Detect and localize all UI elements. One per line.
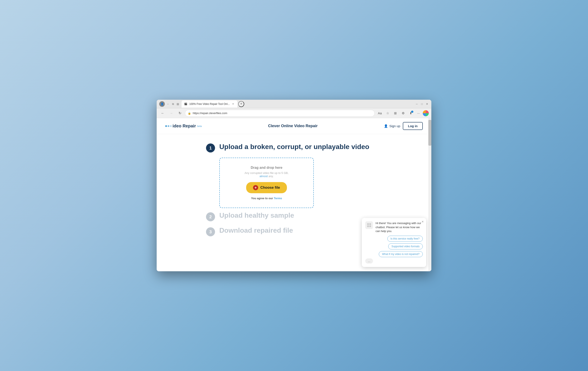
- logo-dot-1: [165, 125, 167, 127]
- back-button-titlebar[interactable]: ←: [167, 102, 170, 106]
- read-aloud-icon: Aa: [378, 111, 382, 115]
- star-icon: ☆: [386, 111, 389, 115]
- edge-profile-icon[interactable]: [423, 110, 429, 116]
- maximize-button[interactable]: □: [420, 102, 424, 106]
- logo: ideo Repair beta: [165, 124, 202, 128]
- step-1-badge: 1: [206, 144, 215, 153]
- chatbot-header: Hi there! You are messaging with our cha…: [365, 221, 423, 233]
- step-1-title: Upload a broken, corrupt, or unplayable …: [219, 143, 369, 151]
- sidebar-toggle[interactable]: ▤: [176, 102, 179, 106]
- terms-link[interactable]: Terms: [274, 197, 282, 200]
- main-content: 1 Upload a broken, corrupt, or unplayabl…: [198, 134, 390, 250]
- file-info-text: Any corrupted video file up to 5 GB, alm…: [228, 171, 305, 178]
- step-3-number: 3: [209, 229, 212, 234]
- login-button[interactable]: Log in: [403, 122, 423, 130]
- chatbot-message: Hi there! You are messaging with our cha…: [376, 221, 423, 233]
- step-2-section: 2 Upload healthy sample: [206, 211, 382, 221]
- terms-link-text: Terms: [274, 197, 282, 200]
- person-icon: 👤: [384, 124, 388, 128]
- nav-actions: Aa ☆ ⊞ ⚙ ⬇ 1 ···: [376, 110, 429, 117]
- file-info-suffix: any.: [268, 175, 274, 178]
- tab-bar: ← ⧉ ▤ 🎬 100% Free Video Repair Tool Onl.…: [167, 100, 413, 108]
- read-aloud-button[interactable]: Aa: [376, 110, 383, 117]
- downloads-button[interactable]: ⬇ 1: [407, 110, 414, 117]
- close-button[interactable]: ✕: [425, 102, 429, 106]
- svg-rect-1: [369, 223, 371, 225]
- refresh-button[interactable]: ↻: [176, 110, 183, 117]
- almost-text: almost: [260, 175, 268, 178]
- lock-icon: 🔒: [188, 112, 191, 115]
- chatbot-suggestion-3[interactable]: What if my video is not repaired?: [379, 251, 423, 257]
- upload-zone[interactable]: Drag and drop here Any corrupted video f…: [219, 158, 314, 208]
- scrollbar[interactable]: [428, 118, 431, 271]
- choose-file-button[interactable]: + Choose file: [246, 182, 287, 193]
- logo-dots: [165, 125, 172, 127]
- step-2-number: 2: [209, 215, 212, 219]
- back-button[interactable]: ←: [159, 110, 166, 117]
- logo-dot-2: [168, 125, 169, 127]
- file-info-prefix: Any corrupted video file up to 5 GB,: [244, 171, 288, 175]
- scrollbar-thumb[interactable]: [428, 120, 431, 146]
- user-avatar: 👤: [159, 101, 165, 107]
- svg-rect-0: [367, 223, 369, 225]
- terms-prefix: You agree to our: [251, 197, 273, 200]
- choose-file-label: Choose file: [260, 186, 280, 190]
- step-3-title: Download repaired file: [219, 227, 293, 234]
- chatbot-more-button[interactable]: ...: [365, 258, 373, 264]
- chatbot-suggestion-2[interactable]: Supported video formats: [388, 243, 423, 249]
- browser-window: 👤 ← ⧉ ▤ 🎬 100% Free Video Repair Tool On…: [157, 100, 431, 271]
- plus-icon: +: [253, 185, 258, 190]
- signup-button[interactable]: 👤 Sign up: [384, 124, 400, 128]
- header-actions: 👤 Sign up Log in: [384, 122, 423, 130]
- site-header: ideo Repair beta Clever Online Video Rep…: [157, 118, 431, 134]
- signup-label: Sign up: [389, 124, 400, 128]
- url-text: https://repair.cleverfiles.com: [193, 112, 372, 115]
- download-badge: 1: [411, 111, 413, 113]
- step-1-number: 1: [209, 146, 212, 151]
- ellipsis-icon: ···: [417, 111, 420, 115]
- new-tab-button[interactable]: +: [238, 101, 244, 107]
- logo-dot-3: [170, 125, 172, 127]
- chatbot-suggestions: Is this service really free? Supported v…: [365, 236, 423, 257]
- logo-text: ideo Repair: [173, 124, 196, 128]
- drag-drop-text: Drag and drop here: [228, 166, 305, 170]
- chatbot-avatar: [365, 221, 373, 229]
- forward-button[interactable]: →: [168, 110, 175, 117]
- terms-text: You agree to our Terms: [228, 197, 305, 200]
- step-3-badge: 3: [206, 227, 215, 236]
- almost-link[interactable]: almost: [260, 175, 268, 178]
- active-tab[interactable]: 🎬 100% Free Video Repair Tool Onl... ✕: [181, 100, 237, 108]
- gear-icon: ⚙: [402, 111, 405, 115]
- chatbot-close-button[interactable]: ×: [422, 220, 424, 224]
- minimize-button[interactable]: ─: [415, 102, 419, 106]
- tab-close-button[interactable]: ✕: [231, 102, 235, 106]
- collections-button[interactable]: ⊞: [392, 110, 399, 117]
- chatbot-suggestion-1[interactable]: Is this service really free?: [387, 236, 423, 242]
- chatbot-container: × Hi there! You are messaging with our c…: [362, 218, 426, 267]
- collections-icon: ⊞: [394, 111, 397, 115]
- page-content: ideo Repair beta Clever Online Video Rep…: [157, 118, 431, 271]
- title-bar: 👤 ← ⧉ ▤ 🎬 100% Free Video Repair Tool On…: [157, 100, 431, 108]
- step-1-section: 1 Upload a broken, corrupt, or unplayabl…: [206, 143, 382, 153]
- step-2-title: Upload healthy sample: [219, 211, 294, 219]
- more-button[interactable]: ···: [415, 110, 422, 117]
- tab-favicon: 🎬: [184, 102, 188, 106]
- svg-rect-2: [367, 225, 369, 227]
- step-2-badge: 2: [206, 212, 215, 221]
- step-3-section: 3 Download repaired file: [206, 227, 382, 236]
- site-title: Clever Online Video Repair: [202, 124, 384, 128]
- svg-rect-3: [369, 225, 371, 227]
- nav-bar: ← → ↻ 🔒 https://repair.cleverfiles.com A…: [157, 108, 431, 118]
- tab-title: 100% Free Video Repair Tool Onl...: [189, 103, 230, 105]
- window-controls: 👤: [159, 101, 165, 107]
- favorites-button[interactable]: ☆: [384, 110, 391, 117]
- logo-beta: beta: [197, 125, 202, 127]
- address-bar[interactable]: 🔒 https://repair.cleverfiles.com: [185, 110, 375, 117]
- settings-button[interactable]: ⚙: [399, 110, 407, 117]
- tab-list-button[interactable]: ⧉: [171, 102, 175, 106]
